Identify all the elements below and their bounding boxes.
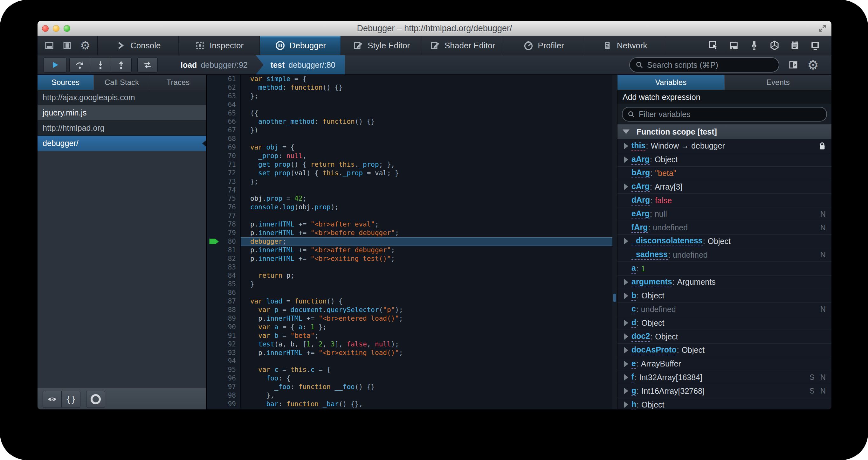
line-number-gutter[interactable]: 93 [207, 349, 241, 357]
code-text[interactable]: var b = "beta"; [241, 332, 617, 340]
options-gear-icon[interactable]: ⚙ [80, 41, 90, 50]
expander-arrow-icon[interactable] [621, 320, 631, 326]
code-text[interactable]: var a = { a: 1 }; [241, 323, 617, 332]
variable-row[interactable]: dArg:false [617, 194, 831, 207]
variable-name[interactable]: e [631, 359, 636, 369]
line-number-gutter[interactable]: 99 [207, 400, 241, 408]
step-in-button[interactable] [90, 57, 111, 73]
variable-name[interactable]: bArg [631, 168, 650, 178]
debugger-options-gear-icon[interactable]: ⚙ [807, 60, 819, 70]
code-text[interactable]: p.innerHTML += "<br>exiting test()"; [241, 255, 617, 263]
line-number-gutter[interactable]: 63 [207, 92, 241, 100]
line-number-gutter[interactable]: 87 [207, 297, 241, 306]
variable-name[interactable]: d [631, 318, 636, 328]
code-text[interactable]: another_method: function() {} [241, 117, 617, 126]
variable-row[interactable]: f:Int32Array[16384]SN [617, 371, 831, 384]
variable-row[interactable]: doc2:Object [617, 330, 831, 344]
expander-arrow-icon[interactable] [621, 347, 631, 353]
line-number-gutter[interactable]: 86 [207, 289, 241, 297]
code-text[interactable]: }, [241, 391, 617, 400]
tilt-3d-icon[interactable] [769, 40, 780, 51]
variable-name[interactable]: _disconsolateness [631, 236, 703, 246]
variable-row[interactable]: _disconsolateness:Object [617, 235, 831, 249]
variable-name[interactable]: doc2 [631, 332, 650, 342]
code-line[interactable]: 87var load = function() { [207, 297, 617, 306]
variable-row[interactable]: d:Object [617, 316, 831, 330]
line-number-gutter[interactable]: 91 [207, 332, 241, 340]
code-text[interactable]: } [241, 280, 617, 289]
variable-name[interactable]: cArg [631, 182, 650, 192]
code-line[interactable]: 98 }, [207, 391, 617, 400]
add-watch-expression[interactable]: Add watch expression [617, 90, 831, 104]
line-number-gutter[interactable]: 66 [207, 117, 241, 126]
variable-name[interactable]: g [631, 386, 636, 396]
zoom-button[interactable] [64, 25, 70, 32]
dock-bottom-icon[interactable] [44, 41, 54, 50]
line-number-gutter[interactable]: 76 [207, 203, 241, 211]
source-group-row[interactable]: http://htmlpad.org [37, 121, 206, 136]
sources-tab-sources[interactable]: Sources [37, 75, 93, 90]
variable-name[interactable]: h [631, 400, 636, 409]
code-text[interactable] [241, 357, 617, 366]
code-line[interactable]: 66 another_method: function() {} [207, 117, 617, 126]
source-group-row[interactable]: http://ajax.googleapis.com [37, 90, 206, 105]
code-text[interactable]: get prop() { return this._prop; }, [241, 160, 617, 169]
variable-row[interactable]: b:Object [617, 289, 831, 303]
source-file-row[interactable]: debugger/ [37, 136, 206, 151]
code-line[interactable]: 76console.log(obj.prop); [207, 203, 617, 211]
expander-arrow-icon[interactable] [621, 388, 631, 394]
code-line[interactable]: 89 p.innerHTML += "<br>entered load()"; [207, 314, 617, 323]
tab-shader-editor[interactable]: Shader Editor [422, 36, 503, 55]
line-number-gutter[interactable]: 78 [207, 220, 241, 229]
code-text[interactable]: p.innerHTML += "<br>after debugger"; [241, 246, 617, 255]
line-number-gutter[interactable]: 79 [207, 229, 241, 237]
code-line[interactable]: 75obj.prop = 42; [207, 194, 617, 203]
code-text[interactable] [241, 263, 617, 272]
code-text[interactable]: var simple = { [241, 75, 617, 83]
code-text[interactable]: foo: { [241, 374, 617, 383]
source-file-row[interactable]: jquery.min.js [37, 105, 206, 121]
paintbrush-icon[interactable] [749, 40, 760, 51]
code-text[interactable]: method: function() {} [241, 83, 617, 92]
code-line[interactable]: 72 set prop(val) { this._prop = val; } [207, 169, 617, 177]
debug-paused-line[interactable]: 80debugger; [207, 237, 617, 246]
sources-tab-call-stack[interactable]: Call Stack [93, 75, 150, 90]
editor-scrollbar[interactable] [612, 75, 617, 409]
variable-row[interactable]: _sadness:undefinedN [617, 248, 831, 262]
line-number-gutter[interactable]: 89 [207, 314, 241, 323]
code-line[interactable]: 83 [207, 263, 617, 272]
code-line[interactable]: 96 foo: { [207, 374, 617, 383]
code-line[interactable]: 61var simple = { [207, 75, 617, 83]
variable-name[interactable]: b [631, 291, 636, 301]
scope-header[interactable]: Function scope [test] [617, 124, 831, 139]
code-text[interactable] [241, 211, 617, 220]
tab-inspector[interactable]: Inspector [179, 36, 260, 55]
line-number-gutter[interactable]: 77 [207, 211, 241, 220]
variable-row[interactable]: bArg:"beta" [617, 167, 831, 180]
tab-profiler[interactable]: Profiler [503, 36, 584, 55]
code-line[interactable]: 70 _prop: null, [207, 152, 617, 160]
line-number-gutter[interactable]: 88 [207, 306, 241, 314]
code-line[interactable]: 81p.innerHTML += "<br>after debugger"; [207, 246, 617, 255]
line-number-gutter[interactable]: 65 [207, 109, 241, 118]
breadcrumb-frame[interactable]: testdebugger/:80 [256, 55, 345, 75]
code-line[interactable]: 92 test(a, b, [1, 2, 3], false, null); [207, 340, 617, 349]
code-text[interactable]: }; [241, 92, 617, 100]
code-text[interactable]: _prop: null, [241, 152, 617, 160]
line-number-gutter[interactable]: 82 [207, 255, 241, 263]
variable-row[interactable]: cArg:Array[3] [617, 180, 831, 194]
line-number-gutter[interactable]: 64 [207, 100, 241, 109]
search-scripts-input[interactable] [646, 60, 773, 70]
line-number-gutter[interactable]: 83 [207, 263, 241, 272]
breadcrumb-frame[interactable]: loaddebugger/:92 [172, 55, 256, 75]
variable-row[interactable]: docAsProto:Object [617, 344, 831, 357]
code-text[interactable]: set prop(val) { this._prop = val; } [241, 169, 617, 177]
code-text[interactable]: debugger; [241, 237, 617, 246]
expander-arrow-icon[interactable] [621, 401, 631, 408]
code-line[interactable]: 84 return p; [207, 271, 617, 280]
fullscreen-icon[interactable] [818, 24, 827, 33]
variable-row[interactable]: h:Object [617, 398, 831, 409]
expander-arrow-icon[interactable] [621, 143, 631, 149]
line-number-gutter[interactable]: 68 [207, 135, 241, 143]
trace-button[interactable] [137, 57, 158, 73]
